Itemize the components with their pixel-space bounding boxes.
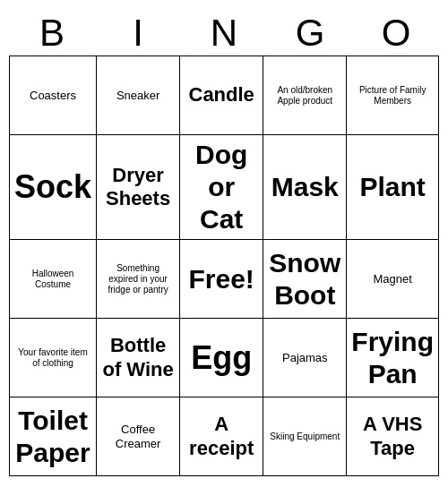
cell-text-r1-c3: Mask — [271, 171, 339, 203]
cell-r0-c0: Coasters — [10, 56, 97, 135]
cell-r2-c1: Something expired in your fridge or pant… — [97, 240, 180, 319]
cell-r3-c3: Pajamas — [263, 319, 347, 397]
cell-text-r4-c3: Skiing Equipment — [270, 431, 340, 442]
cell-text-r3-c4: Frying Pan — [351, 326, 434, 390]
bingo-grid: CoastersSneakerCandleAn old/broken Apple… — [9, 56, 439, 476]
cell-r0-c4: Picture of Family Members — [347, 56, 439, 135]
cell-r2-c2: Free! — [180, 240, 263, 319]
cell-text-r2-c4: Magnet — [373, 272, 411, 286]
cell-text-r4-c4: A VHS Tape — [351, 413, 434, 460]
cell-r3-c2: Egg — [180, 319, 263, 397]
header-letter-B: B — [9, 11, 95, 56]
cell-r4-c1: Coffee Creamer — [97, 397, 180, 476]
cell-text-r2-c3: Snow Boot — [268, 247, 341, 312]
cell-text-r0-c0: Coasters — [30, 89, 76, 103]
cell-r4-c0: Toilet Paper — [10, 397, 97, 476]
cell-r3-c0: Your favorite item of clothing — [10, 319, 97, 397]
cell-text-r1-c1: Dryer Sheets — [101, 164, 175, 211]
cell-r1-c1: Dryer Sheets — [97, 135, 180, 240]
cell-r0-c3: An old/broken Apple product — [263, 56, 347, 135]
cell-r1-c2: Dog or Cat — [180, 135, 263, 240]
header-letter-O: O — [353, 11, 439, 56]
cell-text-r3-c1: Bottle of Wine — [101, 334, 175, 381]
cell-r3-c1: Bottle of Wine — [97, 319, 180, 397]
cell-r1-c3: Mask — [263, 135, 347, 240]
header-letter-I: I — [95, 11, 181, 56]
cell-r0-c1: Sneaker — [97, 56, 180, 135]
header-letter-G: G — [267, 11, 353, 56]
cell-text-r3-c2: Egg — [191, 338, 252, 377]
cell-text-r4-c1: Coffee Creamer — [101, 423, 175, 450]
cell-r1-c4: Plant — [347, 135, 439, 240]
cell-r4-c3: Skiing Equipment — [263, 397, 347, 476]
cell-text-r4-c0: Toilet Paper — [14, 405, 91, 469]
cell-text-r0-c4: Picture of Family Members — [351, 85, 434, 107]
bingo-card: BINGO CoastersSneakerCandleAn old/broken… — [9, 11, 439, 476]
cell-text-r0-c2: Candle — [189, 83, 254, 107]
cell-text-r3-c3: Pajamas — [282, 351, 328, 365]
cell-text-r0-c1: Sneaker — [116, 89, 159, 103]
cell-r3-c4: Frying Pan — [347, 319, 439, 397]
cell-text-r1-c2: Dog or Cat — [185, 139, 258, 235]
cell-text-r3-c0: Your favorite item of clothing — [14, 347, 91, 369]
header-letter-N: N — [181, 11, 267, 56]
cell-text-r2-c1: Something expired in your fridge or pant… — [101, 263, 175, 295]
cell-r1-c0: Sock — [10, 135, 97, 240]
cell-text-r2-c0: Halloween Costume — [14, 269, 91, 290]
cell-r2-c3: Snow Boot — [263, 240, 347, 319]
cell-r2-c0: Halloween Costume — [10, 240, 97, 319]
cell-text-r2-c2: Free! — [189, 263, 254, 295]
cell-r4-c4: A VHS Tape — [347, 397, 439, 476]
cell-text-r1-c0: Sock — [14, 167, 91, 206]
cell-text-r4-c2: A receipt — [185, 413, 258, 460]
cell-text-r0-c3: An old/broken Apple product — [268, 85, 341, 107]
bingo-header: BINGO — [9, 11, 439, 56]
cell-text-r1-c4: Plant — [359, 171, 425, 203]
cell-r0-c2: Candle — [180, 56, 263, 135]
cell-r4-c2: A receipt — [180, 397, 263, 476]
cell-r2-c4: Magnet — [347, 240, 439, 319]
